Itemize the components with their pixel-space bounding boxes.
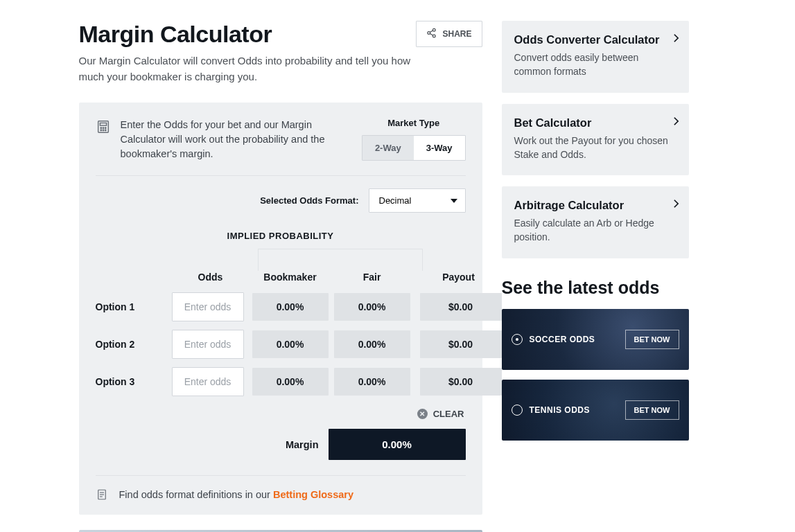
fair-value: 0.00% bbox=[334, 368, 410, 396]
col-odds: Odds bbox=[172, 272, 250, 283]
option-row: Option 30.00%0.00%$0.00 bbox=[96, 367, 466, 396]
sidebar-card-desc: Convert odds easily between common forma… bbox=[514, 51, 676, 79]
market-type-toggle: 2-Way 3-Way bbox=[362, 135, 466, 161]
svg-point-12 bbox=[105, 130, 105, 130]
promo-tennis[interactable]: TENNIS ODDSBET NOW bbox=[502, 380, 689, 441]
option-row: Option 20.00%0.00%$0.00 bbox=[96, 330, 466, 359]
clear-button[interactable]: ✕ CLEAR bbox=[417, 409, 464, 419]
bookmaker-value: 0.00% bbox=[252, 368, 329, 396]
margin-label: Margin bbox=[286, 439, 319, 450]
svg-point-1 bbox=[428, 32, 430, 35]
option-label: Option 2 bbox=[96, 339, 172, 350]
svg-point-9 bbox=[105, 127, 105, 128]
fair-value: 0.00% bbox=[334, 330, 410, 358]
fair-value: 0.00% bbox=[334, 293, 410, 321]
glossary-text: Find odds format definitions in our Bett… bbox=[119, 489, 353, 500]
promo-soccer[interactable]: SOCCER ODDSBET NOW bbox=[502, 309, 689, 370]
sidebar-card-desc: Work out the Payout for you chosen Stake… bbox=[514, 134, 676, 162]
bookmaker-value: 0.00% bbox=[252, 330, 329, 358]
glossary-link[interactable]: Betting Glossary bbox=[273, 489, 353, 500]
col-fair: Fair bbox=[331, 272, 413, 283]
svg-point-10 bbox=[101, 130, 101, 130]
clear-label: CLEAR bbox=[433, 409, 464, 419]
svg-point-7 bbox=[101, 127, 101, 128]
svg-point-8 bbox=[103, 127, 103, 128]
sidebar-card-title: Bet Calculator bbox=[514, 116, 676, 130]
col-payout: Payout bbox=[413, 272, 505, 283]
chevron-right-icon bbox=[673, 199, 679, 211]
svg-point-2 bbox=[433, 35, 436, 37]
sidebar-card-desc: Easily calculate an Arb or Hedge positio… bbox=[514, 216, 676, 245]
sidebar-card[interactable]: Bet CalculatorWork out the Payout for yo… bbox=[502, 104, 689, 176]
payout-value: $0.00 bbox=[420, 368, 502, 396]
soccer-icon bbox=[512, 334, 523, 345]
page-description: Our Margin Calculator will convert Odds … bbox=[79, 53, 412, 85]
promo-label: SOCCER ODDS bbox=[530, 335, 595, 344]
svg-point-0 bbox=[433, 28, 436, 31]
option-row: Option 10.00%0.00%$0.00 bbox=[96, 292, 466, 321]
sidebar-card-title: Arbitrage Calculator bbox=[514, 199, 676, 212]
sidebar-card[interactable]: Odds Converter CalculatorConvert odds ea… bbox=[502, 21, 689, 93]
option-label: Option 1 bbox=[96, 301, 172, 312]
implied-probability-label: IMPLIED PROBABILITY bbox=[96, 231, 466, 241]
share-label: SHARE bbox=[442, 29, 471, 39]
bookmaker-value: 0.00% bbox=[252, 293, 329, 321]
calculator-panel: Enter the Odds for your bet and our Marg… bbox=[79, 103, 482, 515]
svg-line-3 bbox=[430, 33, 433, 35]
latest-odds-heading: See the latest odds bbox=[502, 278, 689, 298]
tennis-icon bbox=[512, 405, 523, 416]
odds-input[interactable] bbox=[172, 292, 244, 321]
clear-icon: ✕ bbox=[417, 409, 428, 419]
document-icon bbox=[96, 488, 108, 501]
promo-label: TENNIS ODDS bbox=[530, 405, 591, 415]
panel-instructions: Enter the Odds for your bet and our Marg… bbox=[121, 118, 351, 161]
market-type-2way[interactable]: 2-Way bbox=[362, 136, 414, 160]
bet-now-button[interactable]: BET NOW bbox=[625, 330, 679, 349]
bet-now-button[interactable]: BET NOW bbox=[625, 400, 679, 420]
payout-value: $0.00 bbox=[420, 293, 502, 321]
calculator-icon bbox=[96, 119, 111, 134]
sidebar-card-title: Odds Converter Calculator bbox=[514, 33, 676, 46]
margin-value: 0.00% bbox=[329, 429, 466, 460]
odds-format-label: Selected Odds Format: bbox=[260, 195, 358, 206]
sidebar-card[interactable]: Arbitrage CalculatorEasily calculate an … bbox=[502, 186, 689, 258]
chevron-right-icon bbox=[673, 116, 679, 129]
odds-input[interactable] bbox=[172, 367, 244, 396]
option-label: Option 3 bbox=[96, 376, 172, 387]
share-icon bbox=[426, 28, 437, 40]
odds-input[interactable] bbox=[172, 330, 244, 359]
market-type-3way[interactable]: 3-Way bbox=[414, 136, 465, 160]
payout-value: $0.00 bbox=[420, 330, 502, 358]
col-bookmaker: Bookmaker bbox=[250, 272, 331, 283]
svg-rect-6 bbox=[100, 123, 106, 126]
page-title: Margin Calculator bbox=[79, 21, 272, 48]
odds-format-select[interactable]: Decimal bbox=[369, 188, 466, 213]
chevron-right-icon bbox=[673, 33, 679, 46]
svg-point-11 bbox=[103, 130, 103, 130]
svg-line-4 bbox=[430, 30, 433, 33]
share-button[interactable]: SHARE bbox=[416, 21, 482, 47]
market-type-label: Market Type bbox=[362, 118, 466, 128]
